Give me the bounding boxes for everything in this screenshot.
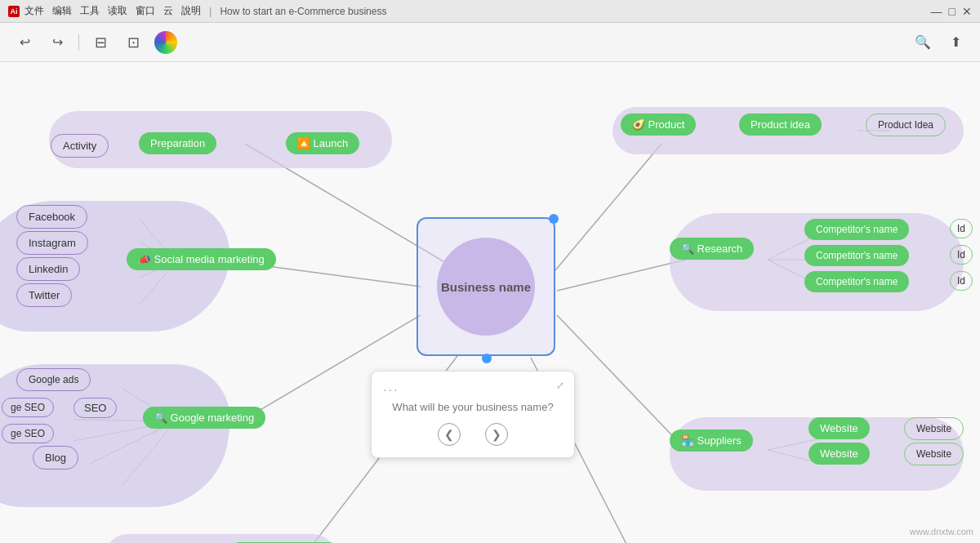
menu-window[interactable]: 窗口	[136, 4, 155, 18]
titlebar-left: Ai 文件 编辑 工具 读取 窗口 云 說明 | How to start an…	[8, 4, 386, 18]
menu-items: 文件 编辑 工具 读取 窗口 云 說明	[24, 4, 201, 18]
preparation-node[interactable]: Preparation	[139, 132, 216, 154]
blog-node[interactable]: Blog	[33, 446, 78, 470]
maximize-btn[interactable]: □	[949, 5, 956, 18]
id2-node[interactable]: Id	[950, 245, 973, 265]
tooltip-popup: ... ⤢ What will be your business name? ❮…	[371, 371, 575, 458]
search-button[interactable]: 🔍	[911, 31, 934, 54]
blue-dot-top	[549, 214, 559, 224]
tooltip-text: What will be your business name?	[383, 401, 563, 413]
toolbar: ↩ ↪ ⊟ ⊡ 🔍 ⬆	[0, 23, 980, 62]
logo-circle[interactable]	[154, 31, 177, 54]
id1-node[interactable]: Id	[950, 219, 973, 238]
svg-line-4	[555, 144, 662, 270]
close-btn[interactable]: ✕	[962, 5, 972, 18]
minimize-btn[interactable]: —	[931, 5, 942, 18]
twitter-node[interactable]: Twitter	[16, 283, 72, 307]
menu-cloud[interactable]: 云	[163, 4, 173, 18]
tooltip-expand-icon[interactable]: ⤢	[556, 380, 564, 391]
tooltip-nav: ❮ ❯	[383, 423, 563, 446]
seo-node[interactable]: SEO	[74, 398, 117, 418]
social-media-node[interactable]: 📣 Social media marketing	[127, 248, 276, 270]
activity-node[interactable]: Activity	[51, 134, 109, 158]
canvas: Activity Preparation 🔼 Launch Facebook I…	[0, 62, 980, 543]
research-node[interactable]: 🔍 Research	[670, 238, 754, 260]
menu-edit[interactable]: 编辑	[52, 4, 72, 18]
website2-node[interactable]: Website	[808, 443, 870, 465]
icon1-button[interactable]: ⊟	[89, 31, 112, 54]
website1b-node[interactable]: Website	[904, 417, 964, 440]
instagram-node[interactable]: Instagram	[16, 231, 88, 255]
titlebar-controls: — □ ✕	[931, 5, 972, 18]
watermark: www.dnxtw.com	[910, 527, 973, 536]
menu-read[interactable]: 读取	[108, 4, 127, 18]
svg-line-6	[557, 315, 686, 450]
tooltip-prev-btn[interactable]: ❮	[438, 423, 461, 446]
competitor3-node[interactable]: Competitor's name	[804, 271, 909, 292]
competitor2-node[interactable]: Competitor's name	[804, 245, 909, 266]
product-idea-node[interactable]: Product idea	[739, 113, 822, 136]
redo-button[interactable]: ↪	[46, 31, 69, 54]
blue-dot-bottom	[482, 354, 492, 363]
product-node[interactable]: 🥑 Product	[621, 113, 696, 136]
central-circle: Business name	[437, 238, 535, 336]
central-node[interactable]: Business name	[416, 217, 555, 356]
product-idea2-node[interactable]: Product Idea	[866, 113, 946, 136]
website1-node[interactable]: Website	[808, 417, 870, 439]
linkedin-node[interactable]: Linkedin	[16, 257, 80, 281]
facebook-node[interactable]: Facebook	[16, 205, 87, 229]
google-marketing-node[interactable]: 🔍 Google marketing	[143, 407, 265, 429]
svg-line-5	[557, 260, 686, 291]
tooltip-dots: ...	[383, 380, 563, 394]
share-button[interactable]: ⬆	[944, 31, 967, 54]
competitor1-node[interactable]: Competitor's name	[804, 219, 909, 240]
seo2-node[interactable]: ge SEO	[2, 424, 54, 443]
suppliers-node[interactable]: 🏪 Suppliers	[670, 430, 753, 452]
seo1-node[interactable]: ge SEO	[2, 398, 54, 417]
adobe-icon: Ai	[8, 6, 20, 17]
menu-tools[interactable]: 工具	[80, 4, 100, 18]
title-bar: Ai 文件 编辑 工具 读取 窗口 云 說明 | How to start an…	[0, 0, 980, 23]
launch-node[interactable]: 🔼 Launch	[286, 132, 359, 154]
id3-node[interactable]: Id	[950, 271, 973, 291]
toolbar-separator	[78, 34, 79, 51]
window-title: How to start an e-Commerce business	[220, 6, 386, 17]
icon2-button[interactable]: ⊡	[122, 31, 145, 54]
undo-button[interactable]: ↩	[13, 31, 36, 54]
menu-file[interactable]: 文件	[24, 4, 44, 18]
google-ads-node[interactable]: Google ads	[16, 368, 91, 391]
tooltip-next-btn[interactable]: ❯	[485, 423, 508, 446]
website2b-node[interactable]: Website	[904, 443, 964, 465]
menu-help[interactable]: 說明	[181, 4, 201, 18]
